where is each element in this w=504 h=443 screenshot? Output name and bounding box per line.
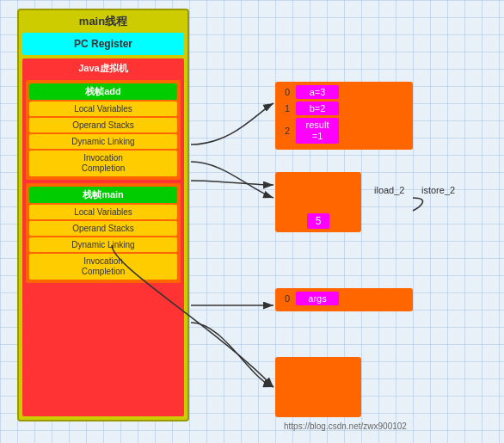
operand-stack-main bbox=[275, 357, 361, 417]
lv-index-1: 1 bbox=[279, 103, 296, 114]
frame-main-dynamic-linking: Dynamic Linking bbox=[29, 237, 177, 252]
frame-add-dynamic-linking: Dynamic Linking bbox=[29, 134, 177, 149]
lv-value-0: a=3 bbox=[296, 85, 339, 99]
lv-row-0: 0 a=3 bbox=[279, 85, 409, 99]
frame-add-invocation: InvocationCompletion bbox=[29, 151, 177, 176]
lv-value-2: result=1 bbox=[296, 118, 339, 144]
jvm-title: Java虚拟机 bbox=[26, 62, 181, 75]
local-vars-main: 0 args bbox=[275, 288, 413, 311]
lv-index-0: 0 bbox=[279, 87, 296, 97]
pc-register: PC Register bbox=[22, 33, 184, 55]
frame-add-local-vars: Local Variables bbox=[29, 102, 177, 116]
iload-label: iload_2 bbox=[374, 185, 404, 195]
url-label: https://blog.csdn.net/zwx900102 bbox=[284, 421, 407, 431]
frame-add-operand-stacks: Operand Stacks bbox=[29, 118, 177, 132]
frame-main-invocation: InvocationCompletion bbox=[29, 254, 177, 280]
istore-label: istore_2 bbox=[421, 185, 455, 195]
lv-main-value-0: args bbox=[296, 292, 339, 305]
frame-main-local-vars: Local Variables bbox=[29, 205, 177, 219]
main-thread-container: main线程 PC Register Java虚拟机 栈帧add Local V… bbox=[17, 9, 189, 421]
lv-main-row-0: 0 args bbox=[279, 292, 409, 305]
operand-stack-add: 5 bbox=[275, 172, 361, 232]
lv-row-1: 1 b=2 bbox=[279, 102, 409, 115]
local-vars-add: 0 a=3 1 b=2 2 result=1 bbox=[275, 82, 413, 150]
frame-add-container: 栈帧add Local Variables Operand Stacks Dyn… bbox=[26, 80, 181, 180]
stack-value-add: 5 bbox=[307, 213, 330, 229]
frame-main-operand-stacks: Operand Stacks bbox=[29, 221, 177, 236]
frame-main-title: 栈帧main bbox=[29, 187, 177, 203]
frame-main-container: 栈帧main Local Variables Operand Stacks Dy… bbox=[26, 183, 181, 283]
lv-row-2: 2 result=1 bbox=[279, 118, 409, 144]
lv-main-index-0: 0 bbox=[279, 293, 296, 304]
frame-add-title: 栈帧add bbox=[29, 83, 177, 100]
lv-index-2: 2 bbox=[279, 126, 296, 136]
main-thread-title: main线程 bbox=[79, 14, 127, 29]
lv-value-1: b=2 bbox=[296, 102, 339, 115]
jvm-container: Java虚拟机 栈帧add Local Variables Operand St… bbox=[22, 58, 184, 416]
